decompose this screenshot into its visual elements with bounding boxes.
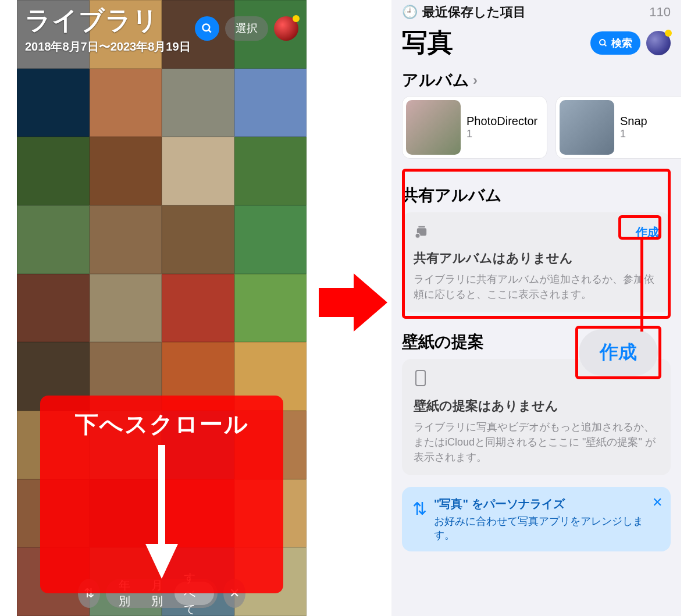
- personalize-banner[interactable]: ⇅ "写真" をパーソナライズ お好みに合わせて写真アプリをアレンジします。 ✕: [402, 487, 671, 551]
- album-thumbnail: [406, 100, 461, 155]
- albums-header[interactable]: アルバム ›: [391, 65, 681, 96]
- photo-thumbnail[interactable]: [90, 137, 162, 205]
- search-button[interactable]: 検索: [590, 31, 640, 55]
- svg-line-6: [604, 44, 606, 46]
- shared-header: 共有アルバム: [391, 173, 681, 212]
- down-arrow-icon: [145, 445, 178, 579]
- svg-rect-2: [158, 445, 165, 550]
- album-name: PhotoDirector: [466, 115, 537, 128]
- personalize-icon: ⇅: [412, 499, 427, 542]
- search-button[interactable]: [195, 16, 219, 41]
- create-shared-button[interactable]: 作成: [636, 225, 659, 240]
- svg-marker-4: [319, 273, 387, 332]
- photo-thumbnail[interactable]: [17, 69, 90, 137]
- photo-thumbnail[interactable]: [90, 274, 162, 343]
- banner-title: "写真" をパーソナライズ: [434, 496, 660, 512]
- albums-header-label: アルバム: [402, 69, 469, 91]
- photos-title: 写真: [402, 26, 453, 60]
- album-name: Snap: [620, 115, 647, 128]
- album-count: 1: [466, 128, 537, 140]
- clock-icon: 🕘: [402, 5, 418, 20]
- banner-body: お好みに合わせて写真アプリをアレンジします。: [434, 514, 660, 542]
- albums-row[interactable]: PhotoDirector 1 Snap 1: [391, 96, 681, 173]
- svg-rect-8: [418, 226, 425, 227]
- photo-thumbnail[interactable]: [162, 205, 234, 274]
- photo-thumbnail[interactable]: [90, 205, 162, 274]
- photo-thumbnail[interactable]: [17, 205, 90, 274]
- recent-label: 最近保存した項目: [422, 3, 526, 21]
- search-label: 検索: [611, 36, 632, 50]
- photo-thumbnail[interactable]: [17, 274, 90, 343]
- library-screen: ライブラリ 2018年8月7日〜2023年8月19日 選択 ⇅ 年別 月別 すべ…: [17, 0, 307, 616]
- album-card[interactable]: PhotoDirector 1: [402, 96, 547, 159]
- shared-albums-card: 作成 共有アルバムはありません ライブラリに共有アルバムが追加されるか、参加依頼…: [402, 212, 671, 312]
- wallpaper-empty-title: 壁紙の提案はありません: [414, 397, 659, 415]
- scroll-annotation: 下へスクロール: [40, 396, 283, 593]
- shared-album-icon: [414, 223, 430, 241]
- shared-empty-title: 共有アルバムはありません: [414, 250, 659, 267]
- phone-icon: [414, 369, 428, 389]
- photo-thumbnail[interactable]: [162, 69, 234, 137]
- recent-count: 110: [649, 5, 671, 20]
- highlight-connector: [640, 238, 643, 332]
- profile-avatar[interactable]: [646, 31, 671, 55]
- photo-thumbnail[interactable]: [234, 274, 307, 343]
- chevron-right-icon: ›: [473, 72, 478, 88]
- scroll-text: 下へスクロール: [75, 408, 249, 440]
- svg-point-0: [203, 24, 210, 31]
- profile-avatar[interactable]: [274, 16, 298, 41]
- album-count: 1: [620, 128, 647, 140]
- photos-screen: 🕘 最近保存した項目 110 写真 検索 アルバム › PhotoDirect: [391, 0, 681, 616]
- album-card[interactable]: Snap 1: [555, 96, 681, 159]
- album-thumbnail: [560, 100, 614, 155]
- photo-thumbnail[interactable]: [162, 137, 234, 205]
- svg-point-5: [600, 40, 605, 45]
- svg-line-1: [209, 30, 211, 33]
- select-button[interactable]: 選択: [225, 16, 268, 41]
- svg-rect-10: [416, 371, 425, 386]
- svg-point-9: [415, 233, 420, 238]
- search-icon: [599, 38, 608, 48]
- guide-arrow-icon: [319, 268, 389, 337]
- library-title: ライブラリ: [25, 3, 191, 38]
- wallpaper-empty-body: ライブラリに写真やビデオがもっと追加されるか、またはiCloudと同期されるとこ…: [414, 419, 659, 465]
- photo-thumbnail[interactable]: [234, 205, 307, 274]
- photo-thumbnail[interactable]: [90, 69, 162, 137]
- photos-header: 写真 検索: [391, 24, 681, 65]
- svg-marker-3: [145, 544, 178, 579]
- photo-thumbnail[interactable]: [17, 137, 90, 205]
- photo-thumbnail[interactable]: [234, 69, 307, 137]
- search-icon: [201, 23, 213, 34]
- shared-empty-body: ライブラリに共有アルバムが追加されるか、参加依頼に応じると、ここに表示されます。: [414, 272, 659, 302]
- create-callout: 作成: [579, 329, 658, 376]
- library-daterange: 2018年8月7日〜2023年8月19日: [25, 39, 191, 55]
- recent-saved-row[interactable]: 🕘 最近保存した項目 110: [391, 0, 681, 24]
- banner-close-icon[interactable]: ✕: [652, 495, 663, 510]
- photo-thumbnail[interactable]: [234, 137, 307, 205]
- wallpaper-card: 壁紙の提案はありません ライブラリに写真やビデオがもっと追加されるか、またはiC…: [402, 359, 671, 475]
- photo-thumbnail[interactable]: [162, 274, 234, 343]
